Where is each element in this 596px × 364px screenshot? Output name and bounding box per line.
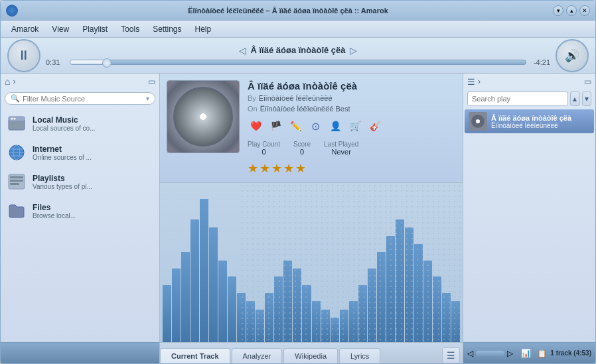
center-tabs: Current Track Analyzer Wikipedia Lyrics … xyxy=(160,342,463,363)
track-main-title: Â ïïäé äóøa ïnòàòîê çëà xyxy=(248,80,456,91)
tab-extra-button[interactable]: ☰ xyxy=(442,347,460,363)
playlist-search-input[interactable] xyxy=(467,91,568,106)
star-rating[interactable]: ★ ★ ★ ★ ★ xyxy=(248,161,456,176)
progress-bar[interactable] xyxy=(70,60,526,65)
maximize-button[interactable]: ▴ xyxy=(566,5,577,16)
scroll-left-button[interactable]: ◁ xyxy=(467,349,473,358)
internet-desc: Online sources of ... xyxy=(33,154,154,161)
close-button[interactable]: ✕ xyxy=(579,5,590,16)
playlist-track-title: Â ïïäé äóøa ïnòàòîê çëà xyxy=(491,114,590,122)
right-panel-header: ☰ › ▭ xyxy=(463,74,595,90)
source-item-playlists[interactable]: Playlists Various types of pl... xyxy=(1,167,159,196)
source-item-files[interactable]: Files Browse local... xyxy=(1,196,159,225)
breadcrumb-arrow: › xyxy=(13,77,15,86)
track-title-area: ◁ Â ïïäé äóøa ïnòàòîê çëà ▷ xyxy=(239,45,356,56)
playlist-scrollbar[interactable] xyxy=(476,351,504,356)
last-played-value: Never xyxy=(332,148,351,156)
right-panel-toggle[interactable]: ▭ xyxy=(584,77,591,86)
guitar-button[interactable]: 🎸 xyxy=(367,118,383,134)
artist-button[interactable]: 👤 xyxy=(327,118,343,134)
edit-button[interactable]: ✏️ xyxy=(287,118,303,134)
panel-toggle[interactable]: ▭ xyxy=(148,77,155,86)
amarok-icon xyxy=(6,5,18,17)
tab-analyzer[interactable]: Analyzer xyxy=(232,348,283,363)
local-music-desc: Local sources of co... xyxy=(33,125,154,132)
last-played-label: Last Played xyxy=(324,141,358,148)
star-5[interactable]: ★ xyxy=(295,161,306,176)
right-search-row: ▴ ▾ xyxy=(463,90,595,108)
minimize-button[interactable]: ▾ xyxy=(553,5,563,16)
svg-point-3 xyxy=(14,118,16,120)
playlists-name: Playlists xyxy=(33,174,154,183)
transport-track-title: Â ïïäé äóøa ïnòàòîê çëà xyxy=(250,45,345,55)
local-music-icon xyxy=(6,113,27,134)
current-track-button[interactable]: ⊙ xyxy=(307,118,323,134)
menu-settings[interactable]: Settings xyxy=(147,23,186,35)
equalizer-button[interactable]: 📊 xyxy=(518,346,533,361)
tab-current-track[interactable]: Current Track xyxy=(160,348,230,363)
tab-wikipedia[interactable]: Wikipedia xyxy=(283,348,338,363)
progress-handle[interactable] xyxy=(102,58,112,68)
visualizer-dots xyxy=(240,183,463,342)
svg-rect-11 xyxy=(10,180,23,182)
viz-bar xyxy=(190,219,199,342)
right-breadcrumb-arrow: › xyxy=(478,77,481,86)
time-elapsed: 0:31 xyxy=(46,58,66,66)
center-panel: Â ïïäé äóøa ïnòàòîê çëà By Ëiïnòàíòeé Íé… xyxy=(160,74,463,363)
right-panel-icon: ☰ xyxy=(467,77,475,87)
playlists-text: Playlists Various types of pl... xyxy=(33,174,154,190)
star-3[interactable]: ★ xyxy=(271,161,282,176)
filter-music-source-input[interactable] xyxy=(23,95,143,103)
home-icon[interactable]: ⌂ xyxy=(5,76,10,87)
svg-rect-12 xyxy=(10,183,19,185)
internet-name: Internet xyxy=(33,145,154,154)
viz-bar xyxy=(163,285,171,342)
local-music-name: Local Music xyxy=(33,115,154,125)
right-panel-footer: ◁ ▷ 📊 📋 1 track (4:53) xyxy=(463,342,595,363)
files-name: Files xyxy=(33,203,154,212)
main-content: ⌂ › ▭ 🔍 ▾ xyxy=(1,74,595,363)
track-details: Â ïïäé äóøa ïnòàòîê çëà By Ëiïnòàíòeé Íé… xyxy=(248,80,456,176)
playlist-options-button[interactable]: 📋 xyxy=(534,346,549,361)
flag-button[interactable]: 🏴 xyxy=(267,118,283,134)
right-panel: ☰ › ▭ ▴ ▾ Â ïïäé äóøa xyxy=(463,74,595,363)
menu-tools[interactable]: Tools xyxy=(115,23,145,35)
track-actions: ❤️ 🏴 ✏️ ⊙ 👤 🛒 🎸 xyxy=(248,118,456,134)
source-list: Local Music Local sources of co... xyxy=(1,107,159,342)
playlists-icon xyxy=(6,171,27,192)
next-track-icon[interactable]: ▷ xyxy=(350,45,357,56)
menu-view[interactable]: View xyxy=(46,23,74,35)
tab-lyrics[interactable]: Lyrics xyxy=(339,348,380,363)
search-down-button[interactable]: ▾ xyxy=(582,91,592,106)
viz-bar xyxy=(181,252,190,342)
playlist-item[interactable]: Â ïïäé äóøa ïnòàòîê çëà Ëiïnòàíòeé Íéëîe… xyxy=(465,109,594,133)
score-value: 0 xyxy=(300,148,304,156)
progress-row: 0:31 -4:21 xyxy=(46,58,550,66)
search-up-button[interactable]: ▴ xyxy=(570,91,580,106)
pause-button[interactable]: ⏸ xyxy=(7,39,40,72)
on-label: On xyxy=(248,105,258,113)
left-panel-header: ⌂ › ▭ xyxy=(1,74,159,90)
source-item-internet[interactable]: Internet Online sources of ... xyxy=(1,138,159,167)
track-artist-row: By Ëiïnòàíòeé Íéëîeünëëé xyxy=(248,94,456,102)
menu-playlist[interactable]: Playlist xyxy=(77,23,113,35)
album-art xyxy=(167,80,240,153)
center-visualizer xyxy=(160,183,463,342)
search-icon: 🔍 xyxy=(11,94,20,103)
filter-dropdown-icon[interactable]: ▾ xyxy=(146,95,149,102)
love-button[interactable]: ❤️ xyxy=(248,118,263,134)
source-item-local-music[interactable]: Local Music Local sources of co... xyxy=(1,109,159,138)
prev-track-icon[interactable]: ◁ xyxy=(239,45,246,56)
menu-help[interactable]: Help xyxy=(190,23,217,35)
last-played-stat: Last Played Never xyxy=(324,141,358,156)
star-4[interactable]: ★ xyxy=(283,161,294,176)
menu-amarok[interactable]: Amarok xyxy=(6,23,44,35)
star-1[interactable]: ★ xyxy=(248,161,258,176)
star-2[interactable]: ★ xyxy=(260,161,270,176)
track-artist: Ëiïnòàíòeé Íéëîeünëëé xyxy=(259,94,333,102)
shop-button[interactable]: 🛒 xyxy=(347,118,363,134)
score-label: Score xyxy=(293,141,311,148)
window-controls: ▾ ▴ ✕ xyxy=(553,5,590,16)
volume-button[interactable]: 🔊 xyxy=(556,39,589,72)
scroll-right-button[interactable]: ▷ xyxy=(507,349,513,358)
